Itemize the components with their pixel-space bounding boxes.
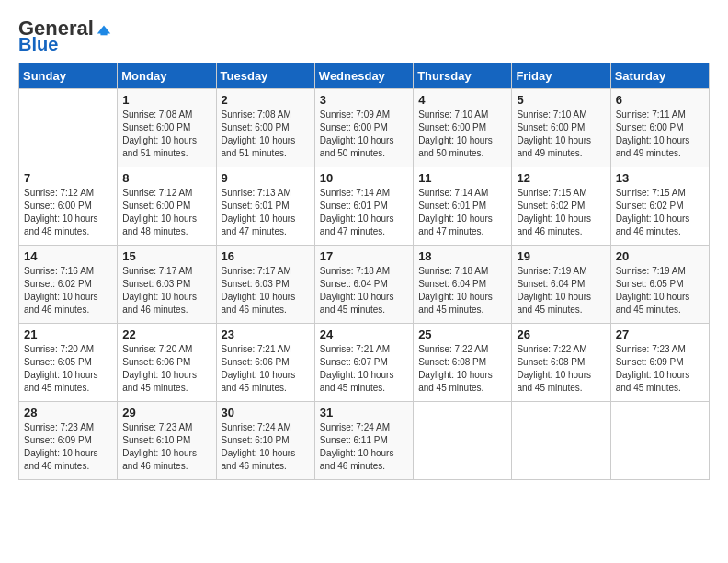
daylight-label: Daylight: 10 hours and 51 minutes.	[222, 135, 296, 158]
weekday-header: Wednesday	[314, 63, 413, 89]
calendar-cell: 21 Sunrise: 7:20 AM Sunset: 6:05 PM Dayl…	[19, 324, 118, 402]
daylight-label: Daylight: 10 hours and 46 minutes.	[122, 448, 197, 471]
daylight-label: Daylight: 10 hours and 47 minutes.	[222, 213, 296, 236]
day-info: Sunrise: 7:19 AM Sunset: 6:04 PM Dayligh…	[517, 265, 605, 316]
daylight-label: Daylight: 10 hours and 47 minutes.	[418, 213, 493, 236]
day-info: Sunrise: 7:21 AM Sunset: 6:07 PM Dayligh…	[320, 343, 408, 395]
weekday-header: Sunday	[19, 63, 118, 89]
calendar-cell: 27 Sunrise: 7:23 AM Sunset: 6:09 PM Dayl…	[610, 324, 709, 402]
sunset-label: Sunset: 6:00 PM	[517, 122, 585, 132]
calendar-cell: 4 Sunrise: 7:10 AM Sunset: 6:00 PM Dayli…	[414, 89, 512, 167]
sunset-label: Sunset: 6:10 PM	[222, 435, 290, 445]
svg-marker-1	[100, 32, 107, 36]
daylight-label: Daylight: 10 hours and 45 minutes.	[320, 370, 394, 393]
daylight-label: Daylight: 10 hours and 45 minutes.	[517, 292, 591, 315]
day-number: 14	[24, 249, 112, 263]
day-number: 27	[616, 327, 704, 341]
calendar-cell: 24 Sunrise: 7:21 AM Sunset: 6:07 PM Dayl…	[314, 324, 413, 402]
calendar-cell: 16 Sunrise: 7:17 AM Sunset: 6:03 PM Dayl…	[216, 246, 314, 324]
day-info: Sunrise: 7:23 AM Sunset: 6:09 PM Dayligh…	[24, 421, 112, 473]
day-number: 30	[222, 406, 310, 419]
day-number: 21	[24, 327, 112, 341]
daylight-label: Daylight: 10 hours and 45 minutes.	[418, 292, 493, 315]
sunset-label: Sunset: 6:02 PM	[616, 201, 684, 211]
day-info: Sunrise: 7:19 AM Sunset: 6:05 PM Dayligh…	[616, 265, 704, 316]
sunset-label: Sunset: 6:04 PM	[517, 279, 585, 289]
day-info: Sunrise: 7:24 AM Sunset: 6:11 PM Dayligh…	[320, 421, 408, 473]
day-number: 1	[122, 93, 210, 107]
day-info: Sunrise: 7:21 AM Sunset: 6:06 PM Dayligh…	[222, 343, 310, 395]
sunset-label: Sunset: 6:07 PM	[320, 357, 388, 367]
day-number: 23	[222, 327, 310, 341]
sunrise-label: Sunrise: 7:23 AM	[24, 422, 94, 432]
daylight-label: Daylight: 10 hours and 46 minutes.	[24, 448, 98, 471]
calendar-cell: 11 Sunrise: 7:14 AM Sunset: 6:01 PM Dayl…	[414, 167, 512, 246]
day-info: Sunrise: 7:22 AM Sunset: 6:08 PM Dayligh…	[517, 343, 605, 395]
sunrise-label: Sunrise: 7:18 AM	[418, 266, 488, 276]
logo-blue: Blue	[18, 35, 58, 53]
day-number: 26	[517, 327, 605, 341]
day-info: Sunrise: 7:12 AM Sunset: 6:00 PM Dayligh…	[24, 187, 112, 238]
day-info: Sunrise: 7:10 AM Sunset: 6:00 PM Dayligh…	[418, 109, 506, 160]
daylight-label: Daylight: 10 hours and 46 minutes.	[222, 448, 296, 471]
calendar-week: 1 Sunrise: 7:08 AM Sunset: 6:00 PM Dayli…	[19, 89, 710, 167]
sunrise-label: Sunrise: 7:13 AM	[222, 188, 291, 198]
sunrise-label: Sunrise: 7:17 AM	[122, 266, 192, 276]
sunrise-label: Sunrise: 7:23 AM	[616, 344, 686, 354]
sunrise-label: Sunrise: 7:22 AM	[418, 344, 488, 354]
calendar-week: 21 Sunrise: 7:20 AM Sunset: 6:05 PM Dayl…	[19, 324, 710, 402]
sunset-label: Sunset: 6:10 PM	[122, 435, 190, 445]
day-number: 25	[418, 327, 506, 341]
daylight-label: Daylight: 10 hours and 45 minutes.	[418, 370, 493, 393]
daylight-label: Daylight: 10 hours and 45 minutes.	[24, 370, 98, 393]
sunrise-label: Sunrise: 7:24 AM	[320, 422, 390, 432]
calendar-cell: 2 Sunrise: 7:08 AM Sunset: 6:00 PM Dayli…	[216, 89, 314, 167]
day-number: 29	[122, 406, 210, 419]
day-number: 3	[320, 93, 408, 107]
daylight-label: Daylight: 10 hours and 46 minutes.	[320, 448, 394, 471]
day-info: Sunrise: 7:08 AM Sunset: 6:00 PM Dayligh…	[122, 109, 210, 160]
sunrise-label: Sunrise: 7:12 AM	[24, 188, 94, 198]
weekday-header: Monday	[118, 63, 216, 89]
weekday-header: Friday	[512, 63, 610, 89]
day-number: 5	[517, 93, 605, 107]
calendar-cell: 25 Sunrise: 7:22 AM Sunset: 6:08 PM Dayl…	[414, 324, 512, 402]
calendar-cell: 29 Sunrise: 7:23 AM Sunset: 6:10 PM Dayl…	[118, 402, 216, 480]
daylight-label: Daylight: 10 hours and 45 minutes.	[517, 370, 591, 393]
sunrise-label: Sunrise: 7:08 AM	[122, 109, 192, 120]
weekday-header: Saturday	[610, 63, 709, 89]
sunrise-label: Sunrise: 7:10 AM	[517, 109, 586, 120]
day-number: 20	[616, 249, 704, 263]
daylight-label: Daylight: 10 hours and 47 minutes.	[320, 213, 394, 236]
daylight-label: Daylight: 10 hours and 51 minutes.	[122, 135, 197, 158]
calendar-cell	[19, 89, 118, 167]
day-info: Sunrise: 7:11 AM Sunset: 6:00 PM Dayligh…	[616, 109, 704, 160]
calendar-cell: 30 Sunrise: 7:24 AM Sunset: 6:10 PM Dayl…	[216, 402, 314, 480]
calendar-cell: 12 Sunrise: 7:15 AM Sunset: 6:02 PM Dayl…	[512, 167, 610, 246]
day-info: Sunrise: 7:17 AM Sunset: 6:03 PM Dayligh…	[222, 265, 310, 316]
daylight-label: Daylight: 10 hours and 49 minutes.	[517, 135, 591, 158]
day-info: Sunrise: 7:08 AM Sunset: 6:00 PM Dayligh…	[222, 109, 310, 160]
day-number: 22	[122, 327, 210, 341]
calendar-cell: 22 Sunrise: 7:20 AM Sunset: 6:06 PM Dayl…	[118, 324, 216, 402]
day-info: Sunrise: 7:16 AM Sunset: 6:02 PM Dayligh…	[24, 265, 112, 316]
day-info: Sunrise: 7:14 AM Sunset: 6:01 PM Dayligh…	[418, 187, 506, 238]
sunrise-label: Sunrise: 7:23 AM	[122, 422, 192, 432]
daylight-label: Daylight: 10 hours and 45 minutes.	[222, 370, 296, 393]
daylight-label: Daylight: 10 hours and 46 minutes.	[517, 213, 591, 236]
calendar-cell: 18 Sunrise: 7:18 AM Sunset: 6:04 PM Dayl…	[414, 246, 512, 324]
sunrise-label: Sunrise: 7:21 AM	[222, 344, 291, 354]
page-header: General Blue	[18, 18, 710, 53]
sunset-label: Sunset: 6:05 PM	[24, 357, 92, 367]
calendar-week: 14 Sunrise: 7:16 AM Sunset: 6:02 PM Dayl…	[19, 246, 710, 324]
daylight-label: Daylight: 10 hours and 45 minutes.	[122, 370, 197, 393]
logo: General Blue	[18, 18, 112, 53]
calendar-cell: 14 Sunrise: 7:16 AM Sunset: 6:02 PM Dayl…	[19, 246, 118, 324]
sunset-label: Sunset: 6:03 PM	[222, 279, 290, 289]
sunset-label: Sunset: 6:04 PM	[320, 279, 388, 289]
day-number: 9	[222, 171, 310, 185]
calendar-week: 28 Sunrise: 7:23 AM Sunset: 6:09 PM Dayl…	[19, 402, 710, 480]
day-info: Sunrise: 7:20 AM Sunset: 6:06 PM Dayligh…	[122, 343, 210, 395]
daylight-label: Daylight: 10 hours and 45 minutes.	[320, 292, 394, 315]
day-number: 8	[122, 171, 210, 185]
